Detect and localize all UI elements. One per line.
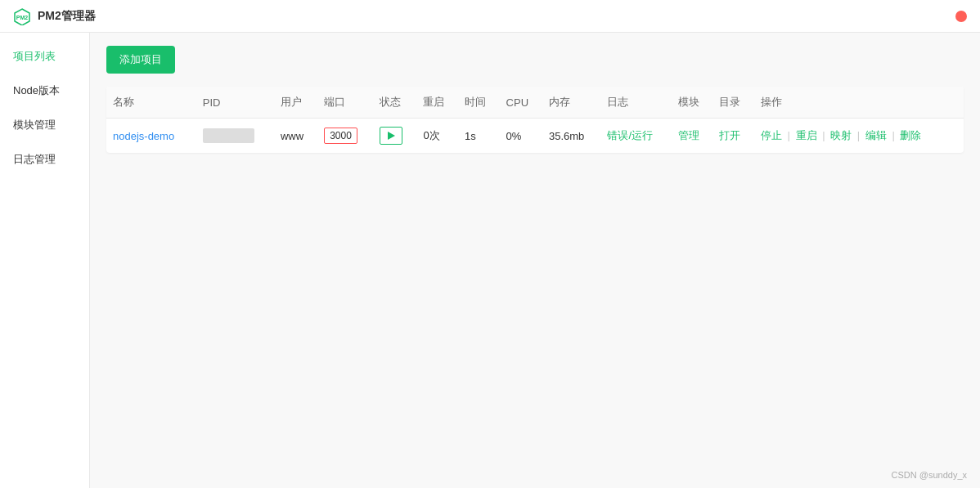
sidebar-item-module-mgmt[interactable]: 模块管理 (0, 108, 89, 142)
svg-text:PM2: PM2 (16, 15, 29, 20)
play-icon (388, 132, 395, 140)
cell-status (373, 119, 416, 154)
cell-module: 管理 (672, 119, 713, 154)
cell-actions: 停止 | 重启 | 映射 | 编辑 | 删除 (754, 119, 964, 154)
cell-port: 3000 (317, 119, 373, 154)
pm2-logo: PM2 (13, 7, 31, 25)
col-uptime: 时间 (458, 87, 500, 119)
top-bar: PM2 PM2管理器 (0, 0, 980, 33)
action-delete[interactable]: 删除 (900, 129, 921, 141)
status-button[interactable] (380, 127, 402, 145)
pid-value: ██████ (203, 128, 254, 143)
projects-table: 名称 PID 用户 端口 状态 重启 时间 CPU 内存 日志 模块 目录 操作 (106, 87, 964, 153)
col-module: 模块 (672, 87, 713, 119)
add-project-button[interactable]: 添加项目 (106, 46, 175, 74)
close-button[interactable] (955, 11, 967, 22)
col-memory: 内存 (542, 87, 601, 119)
module-link[interactable]: 管理 (678, 129, 699, 141)
cell-cpu: 0% (500, 119, 542, 154)
col-cpu: CPU (500, 87, 542, 119)
dir-open-link[interactable]: 打开 (719, 129, 740, 141)
cell-pid: ██████ (196, 119, 274, 154)
app-title: PM2管理器 (38, 9, 96, 24)
col-log: 日志 (600, 87, 671, 119)
cell-dir: 打开 (713, 119, 754, 154)
table-row: nodejs-demo ██████ www 3000 0次 (106, 119, 964, 154)
sidebar-item-log-mgmt[interactable]: 日志管理 (0, 142, 89, 177)
col-port: 端口 (317, 87, 373, 119)
cell-log: 错误/运行 (600, 119, 671, 154)
col-restarts: 重启 (416, 87, 458, 119)
col-status: 状态 (373, 87, 416, 119)
main-content: 添加项目 名称 PID 用户 端口 状态 重启 时间 CPU 内存 日志 模块 … (90, 33, 980, 488)
sidebar: 项目列表 Node版本 模块管理 日志管理 (0, 33, 90, 488)
col-pid: PID (196, 87, 274, 119)
cell-restarts: 0次 (416, 119, 458, 154)
action-restart[interactable]: 重启 (796, 129, 817, 141)
log-link[interactable]: 错误/运行 (607, 129, 653, 141)
sidebar-item-project-list[interactable]: 项目列表 (0, 39, 89, 74)
layout: 项目列表 Node版本 模块管理 日志管理 添加项目 名称 PID 用户 端口 … (0, 33, 980, 488)
col-actions: 操作 (754, 87, 964, 119)
cell-user: www (274, 119, 317, 154)
action-stop[interactable]: 停止 (761, 129, 782, 141)
col-name: 名称 (106, 87, 196, 119)
col-dir: 目录 (713, 87, 754, 119)
cell-name: nodejs-demo (106, 119, 196, 154)
port-value: 3000 (324, 128, 357, 144)
action-map[interactable]: 映射 (830, 129, 852, 141)
action-edit[interactable]: 编辑 (865, 129, 887, 141)
project-name-link[interactable]: nodejs-demo (113, 130, 174, 142)
col-user: 用户 (274, 87, 317, 119)
cell-memory: 35.6mb (542, 119, 601, 154)
cell-uptime: 1s (458, 119, 500, 154)
sidebar-item-node-version[interactable]: Node版本 (0, 74, 89, 108)
footer-credit: CSDN @sunddy_x (892, 470, 967, 480)
